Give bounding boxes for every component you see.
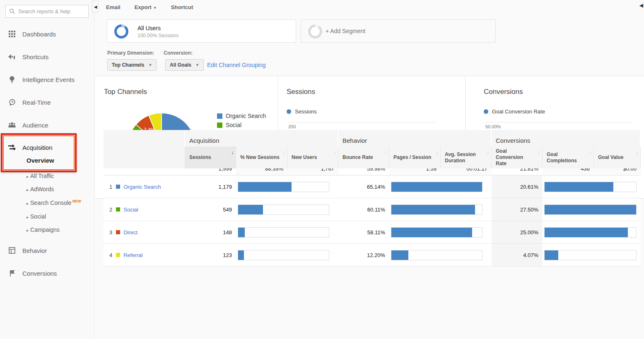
sidebar-item-audience[interactable]: Audience [0,119,95,131]
column-header-new-users[interactable]: New Users↓ [287,147,338,168]
sessions-chart-title: Sessions [287,88,315,96]
clock-bubble-icon [8,99,16,106]
sidebar-item-social[interactable]: ▸Social [27,213,46,220]
sidebar-item-search-console[interactable]: ▸Search ConsoleNEW [27,199,81,206]
lightbulb-icon [8,76,16,83]
sort-icon: ↓ [334,150,336,156]
sidebar-item-all-traffic[interactable]: ▸All Traffic [27,173,54,179]
sessions-value: 123 [185,244,236,266]
channel-link[interactable]: Referral [123,252,142,258]
edit-channel-grouping-link[interactable]: Edit Channel Grouping [207,62,266,68]
column-header-sessions[interactable]: Sessions↓ [185,147,236,168]
goal-conversion-rate-value: 25.00% [492,221,543,243]
expand-arrow-icon: ▸ [27,174,29,179]
bounce-rate-bar-cell [389,176,492,198]
sessions-value: 148 [185,221,236,243]
email-button[interactable]: Email [106,4,121,10]
sort-icon: ↓ [436,150,439,156]
segment-subtitle: 100.00% Sessions [137,33,178,38]
bounce-rate-bar-cell [389,198,492,221]
channel-link[interactable]: Organic Search [123,184,161,190]
main-content: ◀ ◀ Email Export▼ Shortcut All Users 100… [95,0,644,339]
svg-text:200: 200 [288,124,296,129]
behavior-window-icon [8,247,16,254]
expand-arrow-icon: ▸ [27,201,29,206]
sidebar-collapse-button[interactable]: ◀ [92,1,99,12]
conversions-legend: Goal Conversion Rate [484,108,545,115]
series-dot-icon [287,109,291,114]
sidebar-item-acquisition[interactable]: Acquisition [0,142,95,153]
sidebar-item-label: Dashboards [22,31,56,38]
segment-title: All Users [137,25,161,31]
sidebar-item-conversions[interactable]: Conversions [0,267,95,279]
shortcuts-arrow-icon [8,53,16,60]
column-header-bounce-rate[interactable]: Bounce Rate↓ [338,147,389,168]
goal-conversion-bar [544,227,637,238]
right-collapse-icon[interactable]: ◀ [639,2,643,8]
sidebar-item-label: Acquisition [22,144,53,151]
acquisition-arrows-icon [8,144,16,151]
add-segment-label: + Add Segment [326,28,365,34]
channel-link[interactable]: Social [123,207,138,213]
bounce-rate-bar [391,250,482,260]
goal-conversion-rate-value: 4.07% [492,244,543,266]
sessions-legend: Sessions [287,108,317,115]
sessions-bar [238,204,329,215]
expand-arrow-icon: ▸ [27,215,29,219]
column-header-goal-completions[interactable]: Goal Completions↓ [543,147,594,168]
sidebar: Dashboards Shortcuts Intelligence Events… [0,0,95,339]
sidebar-item-dashboards[interactable]: Dashboards [0,28,95,40]
sidebar-item-label: Shortcuts [22,53,48,60]
shortcut-button[interactable]: Shortcut [171,4,193,10]
sidebar-item-intelligence-events[interactable]: Intelligence Events [0,74,95,85]
bounce-rate-value: 60.11% [338,198,389,221]
segment-all-users[interactable]: All Users 100.00% Sessions [107,19,296,43]
export-button[interactable]: Export▼ [135,4,157,10]
sidebar-item-acquisition-overview[interactable]: Overview [27,157,54,164]
sidebar-item-behavior[interactable]: Behavior [0,245,95,256]
people-icon [8,121,16,129]
sessions-bar-cell [236,221,338,243]
sort-icon: ↓ [283,150,285,156]
row-rank: 3 [109,229,112,236]
table-group-header: Acquisition Behavior Conversions [104,130,641,147]
column-header-goal-conversion-rate[interactable]: Goal Conversion Rate↓ [492,147,543,168]
new-badge: NEW [72,199,81,203]
column-header-pages-session[interactable]: Pages / Session↓ [389,147,441,168]
channel-color-chip [116,185,120,189]
sort-icon: ↓ [487,150,490,156]
search-input[interactable] [18,8,85,14]
group-conversions: Conversions [492,130,641,147]
bounce-rate-bar-cell [389,221,492,243]
goal-conversion-rate-value: 27.50% [492,198,543,221]
sessions-bar-cell [236,176,338,198]
goal-conversion-bar-cell [543,244,641,266]
sidebar-item-campaigns[interactable]: ▸Campaigns [27,226,60,233]
search-box[interactable] [5,5,89,18]
sidebar-item-real-time[interactable]: Real-Time [0,96,95,108]
column-header-new-sessions[interactable]: % New Sessions↓ [236,147,287,168]
channel-color-chip [116,253,120,257]
conversion-dropdown[interactable]: All Goals▼ [165,59,204,71]
bounce-rate-value: 12.20% [338,244,389,266]
segment-donut-icon [308,24,322,38]
chevron-down-icon: ▼ [195,63,199,67]
channel-link[interactable]: Direct [123,229,137,236]
primary-dimension-dropdown[interactable]: Top Channels▼ [107,59,157,71]
row-rank: 2 [109,207,112,213]
sidebar-item-adwords[interactable]: ▸AdWords [27,186,54,192]
bounce-rate-value: 65.14% [338,176,389,198]
chevron-down-icon: ▼ [153,6,157,10]
expand-arrow-icon: ▸ [27,188,29,192]
sidebar-item-label: Conversions [22,270,57,277]
goal-conversion-bar-cell [543,221,641,243]
column-header-goal-value[interactable]: Goal Value↓ [594,147,641,168]
add-segment-button[interactable]: + Add Segment [301,19,496,43]
column-header-avg-duration[interactable]: Avg. Session Duration↓ [441,147,492,168]
channels-table: Acquisition Behavior Conversions Session… [104,130,641,267]
sidebar-item-shortcuts[interactable]: Shortcuts [0,51,95,63]
bounce-rate-bar [391,182,482,192]
table-row: 2 Social 549 60.11% 27.50% [104,198,641,221]
chevron-down-icon: ▼ [148,63,152,67]
search-icon [9,8,15,14]
